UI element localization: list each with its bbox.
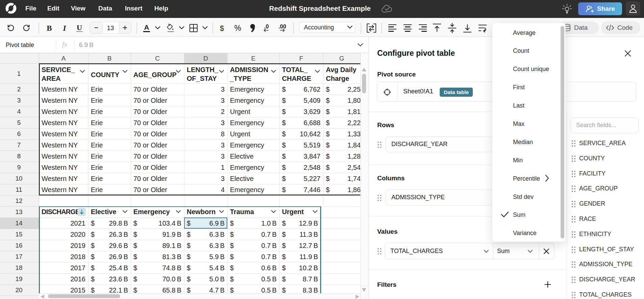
svg-text:AREA: AREA <box>42 75 61 82</box>
svg-text:6,688: 6,688 <box>304 119 320 127</box>
svg-text:1: 1 <box>221 164 225 171</box>
svg-text:CHARGE: CHARGE <box>282 75 311 82</box>
svg-text:Erie: Erie <box>91 119 103 127</box>
svg-text:6.3 B: 6.3 B <box>209 231 225 238</box>
svg-text:70 or Older: 70 or Older <box>133 175 167 182</box>
svg-text:0.5 B: 0.5 B <box>261 286 277 294</box>
svg-text:Western NY: Western NY <box>42 108 78 115</box>
svg-text:$: $ <box>326 130 330 138</box>
svg-text:3,629: 3,629 <box>304 108 320 115</box>
svg-text:$: $ <box>91 220 95 227</box>
svg-text:14: 14 <box>15 220 23 227</box>
svg-text:$: $ <box>326 86 330 93</box>
svg-text:8: 8 <box>17 153 21 160</box>
svg-text:11.3 B: 11.3 B <box>300 231 318 238</box>
svg-text:0.7 B: 0.7 B <box>261 242 277 249</box>
svg-text:$: $ <box>230 275 234 283</box>
svg-text:$: $ <box>282 141 286 149</box>
svg-text:16: 16 <box>15 242 22 249</box>
svg-text:$: $ <box>282 164 286 171</box>
svg-text:$: $ <box>133 242 137 249</box>
svg-text:Emergency: Emergency <box>133 208 170 215</box>
svg-text:6: 6 <box>17 130 21 137</box>
svg-text:11: 11 <box>16 186 22 193</box>
svg-text:$: $ <box>282 130 286 138</box>
svg-text:$: $ <box>282 264 286 272</box>
svg-text:$: $ <box>282 220 286 227</box>
svg-text:10,642: 10,642 <box>300 130 320 138</box>
svg-text:29.8 B: 29.8 B <box>109 220 128 227</box>
svg-text:1.0 B: 1.0 B <box>261 220 277 227</box>
svg-text:$: $ <box>326 108 330 115</box>
svg-text:Emergency: Emergency <box>230 141 264 149</box>
svg-text:U: U <box>77 23 82 32</box>
svg-text:25.4 B: 25.4 B <box>109 264 128 272</box>
svg-text:18: 18 <box>15 264 22 271</box>
svg-text:$: $ <box>187 264 190 272</box>
svg-text:13: 13 <box>107 24 114 31</box>
svg-text:3: 3 <box>221 141 225 149</box>
svg-text:70 or Older: 70 or Older <box>133 186 167 193</box>
svg-text:$: $ <box>187 231 190 238</box>
svg-text:23.6 B: 23.6 B <box>109 275 128 283</box>
svg-text:OF_STAY: OF_STAY <box>187 75 217 82</box>
svg-text:$: $ <box>282 242 286 249</box>
svg-text:$: $ <box>133 220 137 227</box>
svg-text:$: $ <box>282 97 286 104</box>
svg-text:5,227: 5,227 <box>304 175 320 182</box>
svg-text:Western NY: Western NY <box>42 186 78 193</box>
svg-text:0.7 B: 0.7 B <box>261 231 277 238</box>
svg-text:19: 19 <box>15 275 22 282</box>
svg-text:26.9 B: 26.9 B <box>109 253 128 260</box>
svg-text:$: $ <box>230 231 234 238</box>
svg-text:$: $ <box>187 220 190 227</box>
svg-text:Erie: Erie <box>91 130 103 138</box>
svg-text:70 or Older: 70 or Older <box>133 153 167 160</box>
svg-text:$: $ <box>91 231 95 238</box>
svg-text:$: $ <box>230 286 234 294</box>
svg-text:Trauma: Trauma <box>230 208 254 215</box>
svg-text:.0: .0 <box>264 23 269 29</box>
svg-text:I: I <box>63 24 67 32</box>
svg-text:3: 3 <box>221 97 225 104</box>
svg-text:%: % <box>234 24 241 32</box>
svg-text:Emergency: Emergency <box>230 97 264 104</box>
svg-text:13: 13 <box>15 208 22 215</box>
svg-text:8.7 B: 8.7 B <box>303 275 318 283</box>
svg-text:Emergency: Emergency <box>230 119 264 127</box>
svg-text:15: 15 <box>15 231 22 238</box>
svg-text:6.3 B: 6.3 B <box>209 242 225 249</box>
svg-text:$: $ <box>133 286 137 294</box>
svg-text:TOTAL_: TOTAL_ <box>282 66 308 73</box>
svg-text:$: $ <box>91 264 95 272</box>
svg-text:0.6 B: 0.6 B <box>261 264 277 272</box>
svg-text:$: $ <box>326 164 330 171</box>
svg-text:3: 3 <box>221 86 225 93</box>
svg-text:B: B <box>107 55 112 62</box>
svg-text:$: $ <box>230 220 234 227</box>
svg-text:DISCHARGE_: DISCHARGE_ <box>42 208 84 215</box>
svg-text:Western NY: Western NY <box>42 153 78 160</box>
svg-text:$: $ <box>282 153 286 160</box>
svg-text:F: F <box>299 55 303 62</box>
svg-text:5.0 B: 5.0 B <box>209 275 225 283</box>
svg-text:4: 4 <box>17 108 21 115</box>
svg-text:2021: 2021 <box>71 220 86 227</box>
svg-text:8: 8 <box>221 130 225 138</box>
svg-text:Accounting: Accounting <box>304 24 334 31</box>
svg-text:$: $ <box>133 253 137 260</box>
svg-text:Western NY: Western NY <box>42 175 78 182</box>
svg-text:70 or Older: 70 or Older <box>133 164 167 171</box>
svg-text:0.5 B: 0.5 B <box>261 275 277 283</box>
svg-text:17: 17 <box>15 253 22 260</box>
svg-text:89.1 B: 89.1 B <box>162 242 181 249</box>
svg-text:70.0 B: 70.0 B <box>162 275 181 283</box>
svg-text:Urgent: Urgent <box>230 130 250 138</box>
svg-text:$: $ <box>326 141 330 149</box>
svg-text:1: 1 <box>17 70 21 77</box>
svg-text:5: 5 <box>17 119 21 126</box>
svg-text:$: $ <box>326 175 330 182</box>
svg-text:7: 7 <box>17 141 21 148</box>
svg-text:12.7 B: 12.7 B <box>299 242 318 249</box>
svg-text:Urgent: Urgent <box>282 208 304 215</box>
